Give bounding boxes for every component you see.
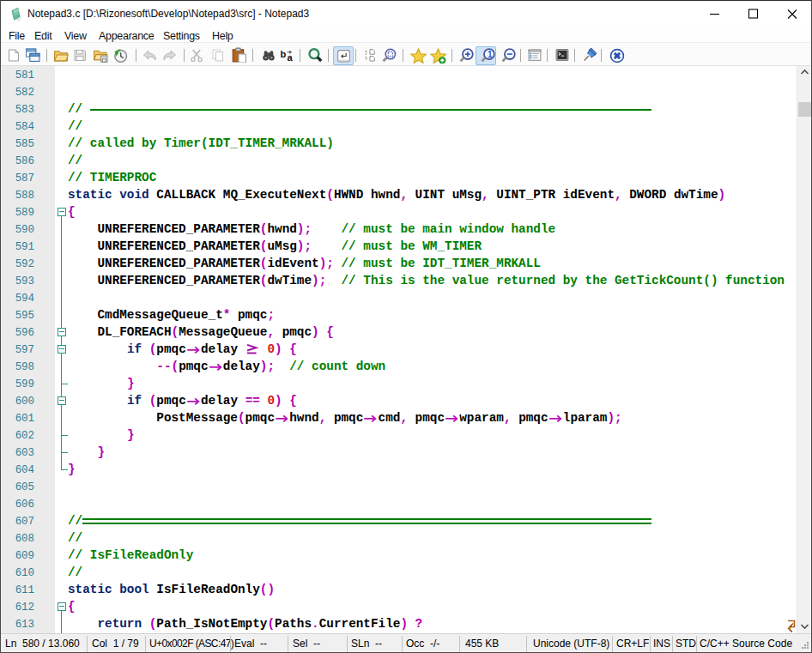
- svg-text:b: b: [281, 49, 287, 59]
- svg-text:a: a: [288, 52, 294, 63]
- svg-text:1: 1: [488, 50, 493, 59]
